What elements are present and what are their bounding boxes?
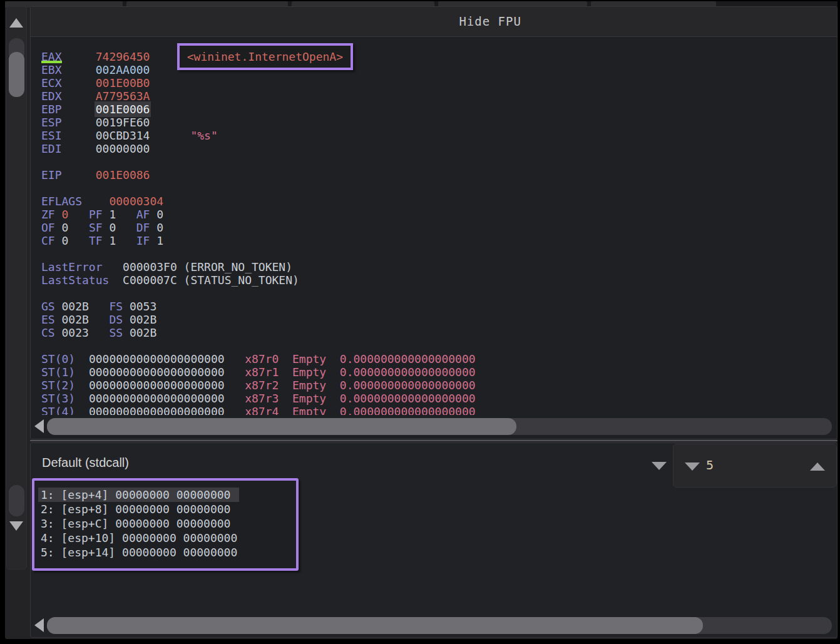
register-line[interactable]: ST(0) 00000000000000000000 x87r0 Empty 0… xyxy=(41,352,837,365)
scroll-left-arrow-icon[interactable] xyxy=(34,618,44,632)
calling-convention-select[interactable]: Default (stdcall) xyxy=(42,456,129,470)
register-line[interactable]: EDX A779563A xyxy=(41,89,837,103)
register-value xyxy=(55,313,62,326)
register-value xyxy=(55,221,62,234)
register-label: DS xyxy=(109,313,123,326)
register-value xyxy=(89,300,110,313)
register-line[interactable]: ST(4) 00000000000000000000 x87r4 Empty 0… xyxy=(41,405,837,415)
spinner-decrement-icon[interactable] xyxy=(685,463,700,471)
register-value: 000003F0 xyxy=(123,260,177,273)
registers-hscrollbar-track[interactable] xyxy=(47,418,832,435)
chevron-down-icon[interactable] xyxy=(652,462,667,470)
register-line[interactable]: ST(1) 00000000000000000000 x87r1 Empty 0… xyxy=(41,365,837,379)
register-label: AF xyxy=(136,208,150,221)
register-line[interactable]: CS 0023 SS 002B xyxy=(41,326,837,339)
register-line[interactable]: GS 002B FS 0053 xyxy=(41,300,837,313)
register-label: EAX xyxy=(41,50,62,63)
register-value: 00CBD314 xyxy=(96,129,150,142)
argument-row[interactable]: 1: [esp+4] 00000000 00000000 xyxy=(38,488,239,502)
register-line[interactable]: ST(3) 00000000000000000000 x87r3 Empty 0… xyxy=(41,392,837,405)
register-value: 1 xyxy=(109,208,116,221)
register-value: (STATUS_NO_TOKEN) xyxy=(184,273,299,287)
register-value: 00000000000000000000 xyxy=(89,392,225,405)
arguments-highlight-box: 1: [esp+4] 00000000 000000002: [esp+8] 0… xyxy=(32,478,299,571)
register-line[interactable]: ES 002B DS 002B xyxy=(41,313,837,326)
register-line[interactable]: LastStatus C000007C (STATUS_NO_TOKEN) xyxy=(41,273,837,287)
register-label: ST(4) xyxy=(41,405,75,415)
vertical-scrollbar-thumb[interactable] xyxy=(9,52,24,97)
register-value xyxy=(75,379,89,392)
register-value: 002B xyxy=(130,313,156,326)
register-value xyxy=(103,208,110,221)
register-value: 00000000000000000000 xyxy=(89,405,225,415)
register-value xyxy=(68,234,89,247)
registers-hscrollbar[interactable] xyxy=(32,416,836,437)
register-value xyxy=(62,116,96,129)
panel-splitter[interactable] xyxy=(30,440,837,441)
register-line[interactable]: EFLAGS 00000304 xyxy=(41,195,837,208)
argument-row[interactable]: 2: [esp+8] 00000000 00000000 xyxy=(38,502,239,516)
register-value xyxy=(116,221,136,234)
register-line[interactable]: ECX 001E00B0 xyxy=(41,76,837,89)
register-label: OF xyxy=(41,221,55,234)
register-value: C000007C xyxy=(123,273,177,287)
register-value xyxy=(123,300,130,313)
register-value: 1 xyxy=(109,234,116,247)
register-label: ST(1) xyxy=(41,365,75,379)
register-line[interactable]: ESP 0019FE60 xyxy=(41,116,837,129)
arg-count-value[interactable]: 5 xyxy=(706,457,714,473)
register-line[interactable]: OF 0 SF 0 DF 0 xyxy=(41,221,837,234)
register-line[interactable]: EIP 001E0086 xyxy=(41,168,837,181)
arguments-hscrollbar-thumb[interactable] xyxy=(47,617,703,634)
arguments-hscrollbar-track[interactable] xyxy=(47,617,832,634)
register-label: SF xyxy=(89,221,103,234)
register-line[interactable]: ZF 0 PF 1 AF 0 xyxy=(41,208,837,221)
register-line xyxy=(41,155,837,168)
register-value: "%s" xyxy=(190,129,217,142)
register-value xyxy=(225,352,245,365)
register-label: LastError xyxy=(41,260,103,273)
register-line[interactable]: EDI 00000000 xyxy=(41,142,837,155)
register-value xyxy=(150,129,190,142)
argument-row[interactable]: 5: [esp+14] 00000000 00000000 xyxy=(38,545,246,560)
register-value: 001E0006 xyxy=(96,103,150,116)
register-line[interactable]: ESI 00CBD314 "%s" xyxy=(41,129,837,142)
argument-row[interactable]: 3: [esp+C] 00000000 00000000 xyxy=(38,516,239,531)
register-label: ESI xyxy=(41,129,62,142)
register-lines: EAX 74296450 <wininet.InternetOpenA>EBX … xyxy=(31,38,837,415)
argument-row[interactable]: 4: [esp+10] 00000000 00000000 xyxy=(38,531,246,545)
registers-hscrollbar-thumb[interactable] xyxy=(47,418,516,435)
register-line[interactable]: EBX 002AA000 xyxy=(41,63,837,76)
register-label: IF xyxy=(136,234,150,247)
scroll-down-arrow-icon[interactable] xyxy=(9,521,23,531)
register-value: 00000304 xyxy=(109,195,163,208)
hide-fpu-button[interactable]: Hide FPU xyxy=(459,14,521,28)
register-value xyxy=(225,392,245,405)
register-value xyxy=(150,208,156,221)
register-value xyxy=(177,273,184,287)
register-value: 001E00B0 xyxy=(96,76,150,89)
register-label: ESP xyxy=(41,116,62,129)
arg-count-spinner[interactable]: 5 xyxy=(673,444,837,488)
spinner-increment-icon[interactable] xyxy=(810,463,825,471)
register-line[interactable]: EBP 001E0006 xyxy=(41,103,837,116)
fpu-toggle-bar: Hide FPU xyxy=(31,7,837,37)
scrollbar-track-segment xyxy=(9,485,24,516)
register-line[interactable]: ST(2) 00000000000000000000 x87r2 Empty 0… xyxy=(41,379,837,392)
arguments-list: 1: [esp+4] 00000000 000000002: [esp+8] 0… xyxy=(34,488,296,560)
scroll-up-arrow-icon[interactable] xyxy=(9,18,23,28)
register-label: TF xyxy=(89,234,103,247)
register-line[interactable]: EAX 74296450 <wininet.InternetOpenA> xyxy=(41,50,837,63)
register-line[interactable]: CF 0 TF 1 IF 1 xyxy=(41,234,837,247)
register-value xyxy=(89,326,110,339)
register-value xyxy=(177,260,184,273)
register-line[interactable]: LastError 000003F0 (ERROR_NO_TOKEN) xyxy=(41,260,837,273)
register-label: CS xyxy=(41,326,55,339)
register-line xyxy=(41,339,837,352)
vertical-scrollbar[interactable] xyxy=(6,6,27,570)
register-label: PF xyxy=(89,208,103,221)
register-value: 0019FE60 xyxy=(96,116,150,129)
arguments-hscrollbar[interactable] xyxy=(32,615,836,636)
scroll-left-arrow-icon[interactable] xyxy=(34,419,44,433)
arguments-panel: Default (stdcall) 5 1: [esp+4] 00000000 … xyxy=(30,442,837,638)
